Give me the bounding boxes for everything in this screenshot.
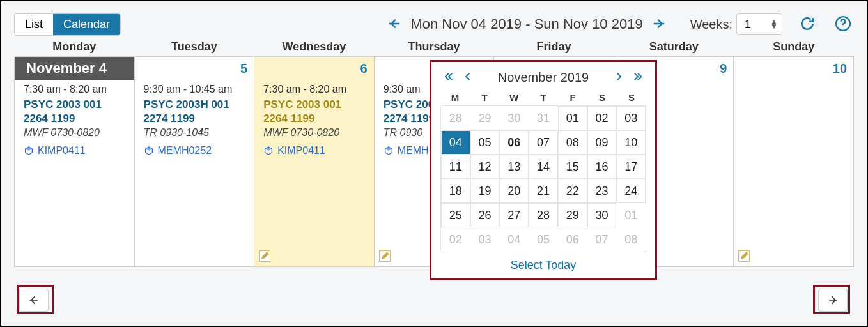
mini-cal-day-grid: 2829303101020304050607080910111213141516… [440,105,646,252]
day-number: November 4 [15,57,134,80]
day-column[interactable]: Sunday10 [734,57,853,266]
day-column[interactable]: Tuesday59:30 am - 10:45 amPSYC 2003H 001… [135,57,255,266]
next-year-button[interactable] [631,70,645,86]
mini-cal-day[interactable]: 08 [616,227,646,252]
mini-cal-dow: W [499,92,529,103]
mini-cal-day[interactable]: 22 [558,179,587,203]
mini-cal-day[interactable]: 17 [616,155,646,179]
refresh-button[interactable] [796,15,818,34]
date-picker-popup: November 2019 MTWTFSS 282930310102030405… [430,60,657,280]
arrow-right-icon [826,294,839,307]
mini-cal-day[interactable]: 20 [499,179,529,203]
event-code[interactable]: PSYC 2003H 001 2274 1199 [144,98,248,126]
next-month-button[interactable] [612,70,626,86]
mini-cal-day[interactable]: 03 [470,227,500,252]
mini-cal-day[interactable]: 01 [616,203,646,227]
mini-cal-day[interactable]: 30 [499,106,529,130]
mini-cal-day[interactable]: 25 [441,203,470,227]
mini-cal-day[interactable]: 07 [587,227,617,252]
edit-day-button[interactable] [258,250,271,262]
mini-cal-day[interactable]: 06 [499,130,529,155]
event-block[interactable]: 7:30 am - 8:20 amPSYC 2003 001 2264 1199… [254,80,374,156]
mini-cal-day[interactable]: 18 [441,179,470,203]
mini-cal-day[interactable]: 26 [470,203,500,227]
prev-week-button[interactable] [385,14,404,35]
view-calendar-button[interactable]: Calendar [53,14,120,35]
edit-icon[interactable] [738,250,750,262]
mini-cal-day[interactable]: 10 [616,130,646,155]
mini-cal-day[interactable]: 27 [499,203,529,227]
mini-cal-day[interactable]: 12 [470,155,500,179]
mini-cal-day[interactable]: 08 [558,130,587,155]
day-column[interactable]: MondayNovember 47:30 am - 8:20 amPSYC 20… [15,57,135,266]
day-header: Wednesday [254,36,374,52]
prev-month-button[interactable] [461,70,475,86]
mini-cal-day[interactable]: 05 [529,227,558,252]
mini-cal-day[interactable]: 24 [616,179,646,203]
cube-icon [384,146,394,156]
edit-icon[interactable] [258,250,271,262]
help-button[interactable] [832,15,854,34]
event-block[interactable]: 7:30 am - 8:20 amPSYC 2003 001 2264 1199… [15,80,134,156]
mini-cal-day[interactable]: 28 [529,203,558,227]
mini-cal-day[interactable]: 01 [558,106,587,130]
mini-cal-day[interactable]: 06 [558,227,587,252]
edit-icon[interactable] [378,250,391,262]
day-header: Saturday [614,36,734,52]
mini-cal-day[interactable]: 30 [587,203,617,227]
next-week-button[interactable] [649,14,669,35]
mini-cal-day[interactable]: 29 [558,203,587,227]
weeks-decrement[interactable]: ▼ [770,24,778,29]
edit-day-button[interactable] [738,250,750,262]
event-location[interactable]: MEMH0252 [144,145,248,156]
prev-page-button[interactable] [19,289,49,312]
mini-cal-day[interactable]: 04 [499,227,529,252]
help-icon [835,15,851,32]
mini-cal-day[interactable]: 15 [558,155,587,179]
mini-cal-day[interactable]: 31 [529,106,558,130]
mini-cal-day[interactable]: 02 [587,106,617,130]
mini-cal-day[interactable]: 11 [441,155,470,179]
event-code[interactable]: PSYC 2003 001 2264 1199 [24,98,128,126]
mini-cal-dow: S [617,92,646,103]
mini-cal-day[interactable]: 14 [529,155,558,179]
event-location[interactable]: KIMP0411 [24,145,128,156]
mini-cal-day[interactable]: 16 [587,155,617,179]
chevron-double-left-icon [443,71,454,82]
cube-icon [24,146,34,156]
mini-cal-dow: M [440,92,470,103]
mini-cal-day[interactable]: 23 [587,179,617,203]
event-block[interactable]: 9:30 am - 10:45 amPSYC 2003H 001 2274 11… [135,80,254,156]
mini-cal-day[interactable]: 05 [470,130,500,155]
mini-cal-dow: S [587,92,617,103]
mini-cal-day[interactable]: 28 [441,106,470,130]
mini-cal-title: November 2019 [498,70,589,85]
day-column[interactable]: Wednesday67:30 am - 8:20 amPSYC 2003 001… [254,57,375,266]
view-list-button[interactable]: List [15,14,53,35]
edit-day-button[interactable] [378,250,391,262]
mini-cal-dow: F [558,92,587,103]
mini-cal-day[interactable]: 02 [441,227,470,252]
day-number: 5 [135,57,254,80]
event-code[interactable]: PSYC 2003 001 2264 1199 [263,98,368,126]
mini-cal-day[interactable]: 21 [529,179,558,203]
mini-cal-dow: T [529,92,558,103]
mini-cal-day[interactable]: 29 [470,106,500,130]
cube-icon [263,146,274,156]
event-time: 9:30 am - 10:45 am [144,84,248,95]
weeks-value: 1 [745,18,751,31]
event-location[interactable]: KIMP0411 [263,145,368,156]
mini-cal-day[interactable]: 19 [470,179,500,203]
mini-cal-day[interactable]: 03 [616,106,646,130]
weeks-stepper[interactable]: 1 ▲ ▼ [736,13,782,35]
arrow-right-icon [652,17,666,31]
prev-year-button[interactable] [442,70,456,86]
date-range-text[interactable]: Mon Nov 04 2019 - Sun Nov 10 2019 [410,16,642,33]
select-today-link[interactable]: Select Today [440,259,646,272]
next-page-button[interactable] [818,289,848,312]
mini-cal-day[interactable]: 04 [441,130,470,155]
mini-cal-day[interactable]: 07 [529,130,558,155]
mini-cal-day[interactable]: 13 [499,155,529,179]
mini-cal-day[interactable]: 09 [587,130,617,155]
day-number: 10 [734,57,853,80]
